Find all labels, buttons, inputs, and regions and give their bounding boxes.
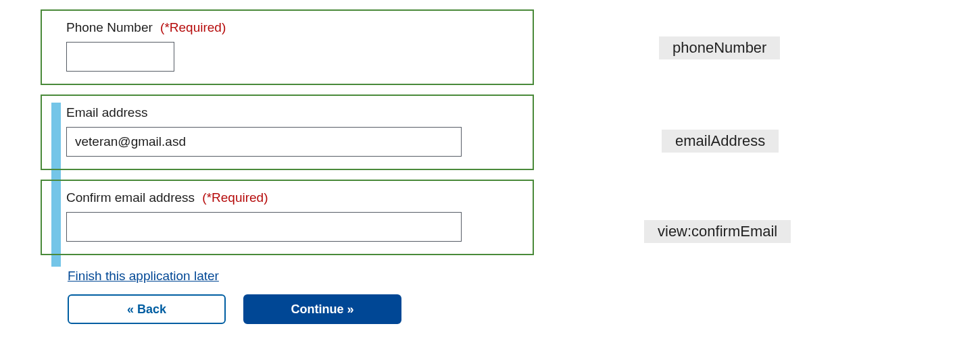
email-label-text: Email address	[66, 105, 147, 119]
phone-number-label: Phone Number (*Required)	[66, 20, 508, 35]
email-input[interactable]	[66, 127, 462, 157]
back-button[interactable]: « Back	[68, 294, 226, 324]
annotation-confirm-email: view:confirmEmail	[644, 220, 791, 243]
email-label: Email address	[66, 105, 508, 120]
confirm-email-required-text: (*Required)	[202, 190, 268, 205]
continue-button[interactable]: Continue »	[243, 294, 401, 324]
phone-number-label-text: Phone Number	[66, 20, 153, 34]
phone-number-field-group: Phone Number (*Required)	[41, 9, 534, 85]
finish-later-link[interactable]: Finish this application later	[68, 269, 219, 284]
email-field-group: Email address	[41, 95, 534, 170]
confirm-email-label: Confirm email address (*Required)	[66, 190, 508, 205]
confirm-email-field-group: Confirm email address (*Required)	[41, 180, 534, 255]
annotation-phone: phoneNumber	[659, 36, 780, 59]
form-buttons: « Back Continue »	[68, 294, 534, 324]
phone-number-required-text: (*Required)	[160, 20, 226, 34]
confirm-email-input[interactable]	[66, 212, 462, 242]
confirm-email-label-text: Confirm email address	[66, 190, 195, 205]
phone-number-input[interactable]	[66, 42, 174, 72]
annotation-email: emailAddress	[662, 130, 779, 153]
contact-form: Phone Number (*Required) Email address C…	[41, 9, 534, 324]
